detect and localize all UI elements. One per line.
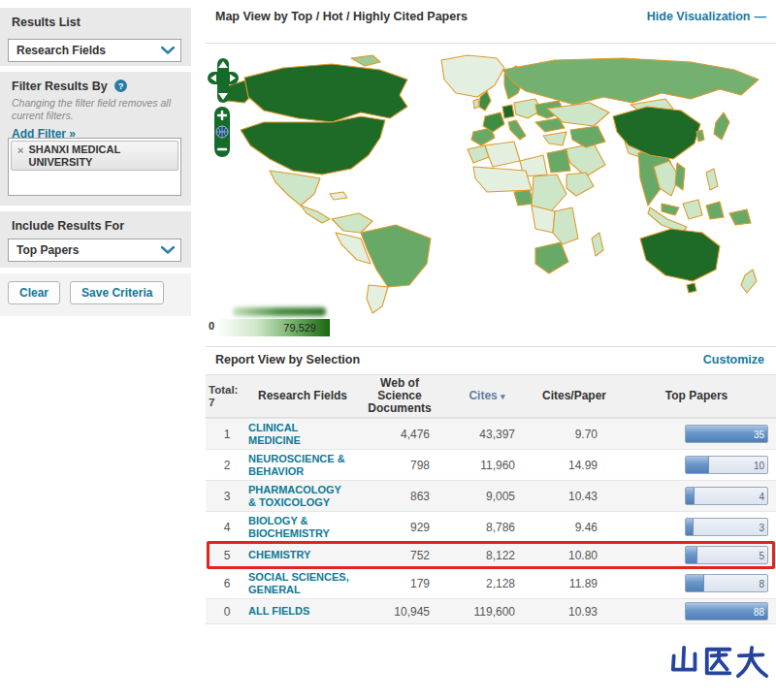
top-papers-bar: 88 <box>685 602 768 620</box>
report-table: Total: 7 Research Fields Web of Science … <box>206 374 776 624</box>
top-papers-bar: 5 <box>685 546 768 564</box>
table-header-row: Total: 7 Research Fields Web of Science … <box>206 374 776 418</box>
cites-cell: 8,122 <box>442 549 532 562</box>
cites-cell: 9,005 <box>442 490 532 503</box>
cites-per-paper-cell: 14.99 <box>532 459 617 472</box>
docs-cell: 929 <box>357 521 442 534</box>
cites-per-paper-cell: 10.43 <box>532 490 617 503</box>
docs-cell: 752 <box>357 549 442 562</box>
legend-min-value: 0 <box>209 320 214 332</box>
docs-cell: 10,945 <box>357 605 442 619</box>
filter-note: Changing the filter field removes all cu… <box>0 93 191 121</box>
include-results-section: Include Results For Top Papers <box>0 211 191 268</box>
field-link[interactable]: NEUROSCIENCE & BEHAVIOR <box>248 453 357 477</box>
chevron-down-icon <box>161 246 175 254</box>
cites-per-paper-cell: 9.46 <box>532 521 617 534</box>
rank-cell: 4 <box>206 521 248 534</box>
report-view-title: Report View by Selection <box>215 353 360 366</box>
total-count: Total: 7 <box>206 384 248 409</box>
column-header-cites-per-paper[interactable]: Cites/Paper <box>532 390 617 402</box>
docs-cell: 798 <box>357 459 442 472</box>
sidebar-actions: Clear Save Criteria <box>0 273 191 316</box>
divider <box>206 623 776 624</box>
world-map[interactable] <box>206 48 776 316</box>
divider <box>206 43 776 44</box>
remove-filter-icon[interactable]: × <box>17 144 23 168</box>
column-header-documents[interactable]: Web of Science Documents <box>357 377 442 415</box>
field-link[interactable]: CLINICAL MEDICINE <box>248 422 357 446</box>
table-row-highlighted: 5 CHEMISTRY 752 8,122 10.80 5 <box>206 542 776 567</box>
minus-icon: — <box>755 10 767 23</box>
docs-cell: 4,476 <box>357 428 442 441</box>
help-icon[interactable]: ? <box>114 80 127 92</box>
legend-max-value: 79,529 <box>283 322 316 334</box>
sort-arrow-icon: ▾ <box>501 392 505 401</box>
rank-cell: 3 <box>206 490 248 503</box>
cites-cell: 119,600 <box>442 605 532 619</box>
filter-chip[interactable]: × SHANXI MEDICAL UNIVERSITY <box>11 141 178 171</box>
rank-cell: 2 <box>206 459 248 472</box>
field-link[interactable]: ALL FIELDS <box>248 605 357 618</box>
field-link[interactable]: CHEMISTRY <box>248 549 357 561</box>
field-link[interactable]: PHARMACOLOGY & TOXICOLOGY <box>248 484 357 508</box>
rank-cell: 0 <box>206 605 248 619</box>
active-filters-box: × SHANXI MEDICAL UNIVERSITY <box>8 138 181 196</box>
results-list-heading: Results List <box>0 8 191 29</box>
docs-cell: 863 <box>357 490 442 503</box>
top-papers-bar: 3 <box>685 518 768 536</box>
table-row: 1 CLINICAL MEDICINE 4,476 43,397 9.70 35 <box>206 418 776 449</box>
top-papers-bar: 4 <box>685 487 768 505</box>
filter-chip-label: SHANXI MEDICAL UNIVERSITY <box>28 143 154 168</box>
cites-per-paper-cell: 9.70 <box>532 428 617 441</box>
table-row: 2 NEUROSCIENCE & BEHAVIOR 798 11,960 14.… <box>206 449 776 480</box>
hide-visualization-link[interactable]: Hide Visualization— <box>647 10 766 23</box>
column-header-top-papers[interactable]: Top Papers <box>617 390 776 402</box>
top-papers-bar: 8 <box>685 574 768 592</box>
main-panel: Map View by Top / Hot / Highly Cited Pap… <box>206 0 776 700</box>
include-results-selected-value: Top Papers <box>16 243 79 257</box>
rank-cell: 5 <box>206 549 248 562</box>
docs-cell: 179 <box>357 577 442 590</box>
field-link[interactable]: SOCIAL SCIENCES, GENERAL <box>248 571 357 595</box>
legend-reflection <box>233 307 326 316</box>
map-pan-control[interactable] <box>208 58 239 105</box>
cites-cell: 11,960 <box>442 459 532 472</box>
column-header-cites[interactable]: Cites ▾ <box>442 390 532 403</box>
column-header-research-fields[interactable]: Research Fields <box>248 390 357 402</box>
field-link[interactable]: BIOLOGY & BIOCHEMISTRY <box>248 515 357 539</box>
customize-link[interactable]: Customize <box>703 353 764 366</box>
cites-per-paper-cell: 10.93 <box>532 605 617 619</box>
cites-cell: 2,128 <box>442 577 532 590</box>
cites-per-paper-cell: 11.89 <box>532 577 617 590</box>
filter-section: Filter Results By ? Changing the filter … <box>0 72 191 206</box>
include-results-heading: Include Results For <box>0 211 191 233</box>
map-view-title: Map View by Top / Hot / Highly Cited Pap… <box>215 10 468 23</box>
clear-button[interactable]: Clear <box>8 281 60 304</box>
cites-cell: 43,397 <box>442 428 532 441</box>
table-row: 6 SOCIAL SCIENCES, GENERAL 179 2,128 11.… <box>206 567 776 598</box>
world-map-svg[interactable] <box>206 48 776 316</box>
rank-cell: 1 <box>206 428 248 441</box>
cites-cell: 8,786 <box>442 521 532 534</box>
map-zoom-control[interactable] <box>213 107 231 157</box>
table-row: 3 PHARMACOLOGY & TOXICOLOGY 863 9,005 10… <box>206 480 776 511</box>
filter-heading: Filter Results By <box>12 80 108 93</box>
legend-gradient-bar: 79,529 <box>218 319 330 336</box>
sidebar: Results List Research Fields Filter Resu… <box>0 0 191 700</box>
top-papers-bar: 35 <box>685 425 768 443</box>
results-list-selected-value: Research Fields <box>16 44 106 57</box>
table-row: 0 ALL FIELDS 10,945 119,600 10.93 88 <box>206 598 776 623</box>
top-papers-bar: 10 <box>685 456 768 474</box>
table-row: 4 BIOLOGY & BIOCHEMISTRY 929 8,786 9.46 … <box>206 511 776 542</box>
watermark-logo <box>669 640 770 684</box>
rank-cell: 6 <box>206 577 248 590</box>
cites-per-paper-cell: 10.80 <box>532 549 617 562</box>
include-results-dropdown[interactable]: Top Papers <box>8 239 181 262</box>
results-list-section: Results List Research Fields <box>0 8 191 66</box>
divider <box>206 346 776 347</box>
results-list-dropdown[interactable]: Research Fields <box>8 39 181 62</box>
chevron-down-icon <box>161 47 175 54</box>
save-criteria-button[interactable]: Save Criteria <box>70 281 164 304</box>
